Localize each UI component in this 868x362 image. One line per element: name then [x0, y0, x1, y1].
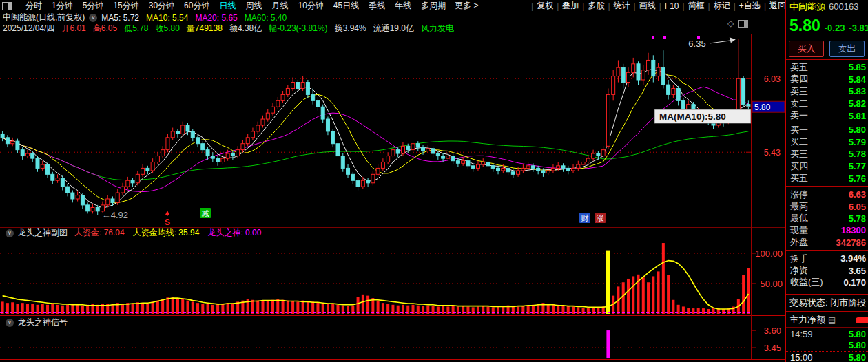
- chevron-down-icon[interactable]: ∨: [6, 229, 14, 237]
- level-label: 卖二: [786, 98, 808, 110]
- chevron-down-icon[interactable]: ∨: [6, 319, 14, 327]
- stat-row: 涨停6.63: [786, 189, 868, 200]
- ask-row[interactable]: 卖一5.81: [786, 109, 868, 122]
- level-label: 买四: [786, 160, 808, 173]
- toolbar-button[interactable]: +自选: [739, 0, 761, 12]
- ask-row[interactable]: 卖五5.85: [786, 61, 868, 74]
- toolbar-button[interactable]: 返回: [769, 0, 786, 12]
- toolbar-button[interactable]: 叠加: [562, 0, 579, 12]
- toolbar-separator: |: [579, 1, 588, 11]
- svg-text:减: 减: [202, 209, 209, 217]
- toolbar-separator: |: [730, 1, 739, 11]
- level-label: 买三: [786, 148, 808, 160]
- ask-row[interactable]: 卖四5.84: [786, 74, 868, 86]
- level-price[interactable]: 5.77: [849, 161, 868, 171]
- period-tab[interactable]: 60分钟: [179, 0, 214, 12]
- period-tab[interactable]: 15分钟: [108, 0, 143, 12]
- period-tab[interactable]: 月线: [267, 0, 293, 12]
- level-price[interactable]: 5.85: [849, 62, 868, 72]
- level-price[interactable]: 5.79: [849, 137, 868, 147]
- tick-row: 14:595.80: [786, 328, 868, 340]
- toolbar-separator: |: [553, 1, 562, 11]
- level-price[interactable]: 5.78: [849, 149, 868, 159]
- level-price[interactable]: 5.82: [847, 98, 868, 109]
- ohlc-field: 收5.80: [155, 23, 179, 34]
- period-tab[interactable]: 10分钟: [293, 0, 328, 12]
- toolbar-button[interactable]: F10: [665, 1, 679, 11]
- period-tab[interactable]: 分时: [21, 0, 47, 12]
- period-tab[interactable]: 多周期: [416, 0, 451, 12]
- toolbar-separator: |: [604, 1, 613, 11]
- ask-row[interactable]: 卖三5.83: [786, 85, 868, 98]
- level-label: 买五: [786, 172, 808, 184]
- document-icon[interactable]: ▤: [828, 315, 836, 325]
- period-tab[interactable]: 年线: [390, 0, 416, 12]
- flow-bar: [856, 317, 868, 323]
- signal-chart[interactable]: 3.603.45: [0, 315, 786, 359]
- level-label: 卖三: [786, 85, 808, 98]
- bid-row[interactable]: 买四5.77: [786, 160, 868, 173]
- svg-text:涨: 涨: [597, 214, 604, 222]
- quote-stats-2: 换手3.94%净资3.65收益(三)0.170: [786, 253, 868, 288]
- level-price[interactable]: 5.83: [849, 86, 868, 96]
- toolbar-button[interactable]: 多股: [588, 0, 604, 12]
- tick-price: 5.80: [849, 329, 868, 339]
- bid-row[interactable]: 买五5.76: [786, 172, 868, 184]
- level-label: 卖四: [786, 73, 808, 85]
- price-block: 5.80 -0.23 -3.81%: [789, 17, 868, 35]
- sell-button[interactable]: 卖出: [829, 41, 865, 57]
- period-tab[interactable]: 45日线: [329, 0, 364, 12]
- divider: [786, 59, 868, 60]
- stat-value: 342786: [836, 237, 868, 248]
- toolbar-separator: |: [761, 1, 769, 11]
- divider: [0, 315, 786, 316]
- period-tab[interactable]: 日线: [214, 0, 240, 12]
- buy-button[interactable]: 买入: [789, 41, 824, 57]
- sub-indicator-chart[interactable]: 100.0050.00: [0, 239, 786, 315]
- main-candlestick-chart[interactable]: 6.035.805.436.35←4.92S减财涨MA(MA10):5.80: [0, 34, 786, 227]
- panel-layout-icon[interactable]: [738, 20, 748, 28]
- bid-row[interactable]: 买一5.80: [786, 124, 868, 136]
- bid-row[interactable]: 买三5.78: [786, 148, 868, 160]
- stat-label: 涨停: [786, 189, 808, 201]
- level-price[interactable]: 5.80: [849, 125, 868, 135]
- ohlc-field: 换3.94%: [335, 23, 366, 34]
- period-tab[interactable]: 季线: [364, 0, 390, 12]
- sub-legend-item: 龙头之神: 0.00: [207, 228, 261, 237]
- window-split-icon[interactable]: [2, 2, 12, 10]
- chevron-down-icon[interactable]: ∨: [89, 14, 97, 22]
- ohlc-field: 量749138: [187, 23, 223, 34]
- top-toolbar: 分时1分钟5分钟15分钟30分钟60分钟日线周线月线10分钟45日线季线年线多周…: [0, 0, 786, 12]
- level-price[interactable]: 5.84: [849, 74, 868, 85]
- period-tab[interactable]: 30分钟: [144, 0, 179, 12]
- level-price[interactable]: 5.76: [849, 173, 868, 184]
- stat-label: 外盘: [786, 236, 808, 248]
- toolbar-button[interactable]: 简框: [688, 0, 705, 12]
- bid-row[interactable]: 买二5.79: [786, 136, 868, 149]
- stat-row: 净资3.65: [786, 264, 868, 276]
- stat-value: 6.05: [849, 202, 868, 212]
- diamond-icon[interactable]: ◇: [727, 19, 734, 28]
- level-label: 买一: [786, 124, 808, 136]
- toolbar-button[interactable]: 画线: [639, 0, 656, 12]
- trade-buttons: 买入 卖出: [789, 41, 865, 57]
- toolbar-button[interactable]: 标记: [714, 0, 730, 12]
- ohlc-field: 2025/12/04/四: [3, 23, 54, 34]
- toolbar-button[interactable]: 统计: [614, 0, 630, 12]
- trading-app-window: 分时1分钟5分钟15分钟30分钟60分钟日线周线月线10分钟45日线季线年线多周…: [0, 0, 868, 362]
- ohlc-field: 风力发电: [421, 23, 454, 34]
- ma-legend-item: MA60: 5.40: [245, 13, 287, 23]
- sub-chart-header: ∨ 龙头之神副图 大资金: 76.04大资金均线: 35.94龙头之神: 0.0…: [1, 227, 750, 239]
- ohlc-field: 低5.78: [124, 23, 148, 34]
- svg-text:5.43: 5.43: [764, 148, 781, 158]
- period-tab[interactable]: 1分钟: [47, 0, 78, 12]
- stat-row: 收益(三)0.170: [786, 277, 868, 288]
- level-price[interactable]: 5.81: [849, 111, 868, 121]
- stat-value: 3.94%: [840, 253, 868, 264]
- toolbar-button[interactable]: 复权: [537, 0, 553, 12]
- ask-row[interactable]: 卖二5.82: [786, 98, 868, 110]
- ohlc-field: 开6.01: [61, 23, 85, 34]
- period-tab[interactable]: 周线: [240, 0, 267, 12]
- more-button[interactable]: 更多 >: [451, 0, 482, 12]
- period-tab[interactable]: 5分钟: [78, 0, 109, 12]
